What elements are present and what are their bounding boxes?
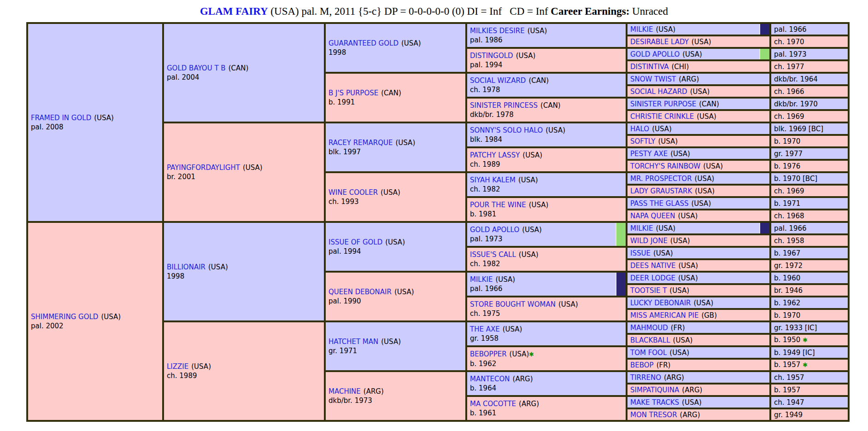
horse-name-link[interactable]: PASS THE GLASS (630, 199, 688, 208)
horse-name-link[interactable]: NAPA QUEEN (630, 212, 675, 220)
horse-name-link[interactable]: GOLD APOLLO (470, 226, 519, 234)
horse-name-link[interactable]: ISSUE (630, 249, 651, 257)
horse-name-link[interactable]: GOLD APOLLO (630, 50, 680, 58)
horse-name-link[interactable]: PATCHY LASSY (470, 151, 520, 159)
horse-name-link[interactable]: BEBOP (630, 361, 654, 369)
horse-country: (USA) (529, 201, 549, 209)
pedigree-cell-gen4-13: BEBOPPER(USA)✱b. 1962 (466, 346, 627, 371)
horse-color-year: pal. 1966 (774, 224, 807, 233)
horse-name-link[interactable]: B J'S PURPOSE (328, 89, 378, 97)
horse-name-link[interactable]: LIZZIE (167, 362, 188, 371)
horse-name-link[interactable]: BILLIONAIR (167, 263, 205, 271)
horse-name-link[interactable]: LADY GRAUSTARK (630, 187, 692, 195)
horse-name-link[interactable]: SHIMMERING GOLD (31, 313, 98, 321)
horse-country: (USA) (652, 125, 672, 133)
pedigree-cell-gen5-1: DESIRABLE LADY(USA) (627, 35, 770, 48)
horse-name-link[interactable]: WILD JONE (630, 237, 668, 245)
horse-country: (FR) (657, 361, 671, 369)
horse-name-link[interactable]: MACHINE (328, 387, 361, 396)
horse-name-link[interactable]: SIYAH KALEM (470, 176, 516, 184)
pedigree-cell-gen5-23: MISS AMERICAN PIE(GB) (627, 309, 770, 321)
year-cell-11: b. 1976 (770, 160, 849, 172)
horse-country: (USA) (678, 274, 698, 282)
horse-name-link[interactable]: MISS AMERICAN PIE (630, 311, 698, 320)
horse-name-link[interactable]: SNOW TWIST (630, 75, 676, 83)
horse-name-link[interactable]: SIMPATIQUINA (630, 386, 679, 394)
horse-name-link[interactable]: SONNY'S SOLO HALO (470, 126, 543, 134)
horse-name-link[interactable]: BEBOPPER (470, 350, 507, 358)
pedigree-cell-gen5-28: TIRRENO(ARG) (627, 371, 770, 384)
horse-name-link[interactable]: SOCIAL HAZARD (630, 87, 687, 96)
year-cell-18: b. 1967 (770, 247, 849, 259)
horse-country: (CAN) (381, 89, 401, 97)
horse-name-link[interactable]: BLACKBALL (630, 336, 670, 344)
horse-name-link[interactable]: GUARANTEED GOLD (328, 39, 399, 47)
horse-color-year: pal. 1990 (328, 297, 464, 306)
horse-name-link[interactable]: POUR THE WINE (470, 201, 526, 209)
horse-name-link[interactable]: THE AXE (470, 325, 500, 333)
horse-name-link[interactable]: TOOTSIE T (630, 286, 667, 295)
horse-name-link[interactable]: MILKIE (470, 275, 493, 284)
horse-name-link[interactable]: DISTINTIVA (630, 63, 669, 71)
horse-color-year: b. 1962 (774, 299, 800, 307)
horse-name-link[interactable]: MILKIE (630, 25, 653, 34)
horse-color-year: pal. 2004 (167, 73, 323, 82)
horse-color-year: ch. 1969 (774, 187, 804, 195)
horse-name-link[interactable]: MILKIE (630, 224, 653, 233)
horse-country: (USA) (693, 299, 713, 307)
horse-name-link[interactable]: STORE BOUGHT WOMAN (470, 300, 556, 309)
horse-name-link[interactable]: SOFTLY (630, 137, 655, 146)
horse-name-link[interactable]: ISSUE OF GOLD (328, 238, 382, 246)
horse-country: (USA) (208, 263, 228, 271)
horse-name-link[interactable]: ISSUE'S CALL (470, 250, 516, 259)
horse-name-link[interactable]: HALO (630, 125, 649, 133)
horse-name-link[interactable]: RACEY REMARQUE (328, 139, 393, 147)
horse-name-link[interactable]: SINISTER PURPOSE (630, 100, 696, 108)
horse-name-link[interactable]: SINISTER PRINCESS (470, 101, 538, 110)
horse-name-link[interactable]: MAKE TRACKS (630, 398, 679, 407)
horse-name-link[interactable]: QUEEN DEBONAIR (328, 288, 392, 296)
pedigree-cell-gen2-2: BILLIONAIR(USA)1998 (163, 222, 325, 321)
horse-name-link[interactable]: LUCKY DEBONAIR (630, 299, 691, 307)
horse-name-link[interactable]: FRAMED IN GOLD (31, 114, 91, 122)
horse-name-link[interactable]: DISTINGOLD (470, 52, 513, 60)
horse-country: (USA) (101, 313, 121, 321)
pedigree-cell-gen3-1: B J'S PURPOSE(CAN)b. 1991 (325, 73, 466, 122)
horse-name-link[interactable]: DEER LODGE (630, 274, 675, 282)
horse-name-link[interactable]: WINE COOLER (328, 188, 378, 197)
horse-color-year: dkb/br. 1973 (328, 396, 464, 405)
horse-name-link[interactable]: MON TRESOR (630, 411, 677, 419)
asterisk-icon: ✱ (803, 337, 808, 344)
horse-color-year: b. 1960 (774, 274, 800, 282)
horse-name-link[interactable]: MAHMOUD (630, 324, 668, 332)
horse-country: (USA) (528, 27, 547, 35)
horse-name-link[interactable]: SOCIAL WIZARD (470, 76, 526, 85)
horse-name-link[interactable]: TOM FOOL (630, 349, 667, 357)
horse-name-link[interactable]: MILKIES DESIRE (470, 27, 525, 35)
horse-name-link[interactable]: PESTY AXE (630, 150, 668, 158)
year-cell-26: b. 1949 [IC] (770, 346, 849, 359)
horse-name-link[interactable]: TORCHY'S RAINBOW (630, 162, 700, 170)
horse-name-link[interactable]: CHRISTIE CRINKLE (630, 112, 694, 121)
horse-name-link[interactable]: MA COCOTTE (470, 400, 516, 408)
horse-color-year: br. 1946 (774, 286, 803, 295)
horse-name-link[interactable]: TIRRENO (630, 373, 661, 382)
horse-country: (USA) (545, 126, 565, 134)
horse-color-year: b. 1962 (470, 359, 625, 368)
horse-country: (ARG) (679, 75, 699, 83)
horse-name-link[interactable]: DEES NATIVE (630, 262, 675, 270)
pedigree-cell-gen2-0: GOLD BAYOU T B(CAN)pal. 2004 (163, 23, 325, 122)
horse-color-year: b. 1957 (774, 386, 800, 394)
horse-name-link[interactable]: PAYINGFORDAYLIGHT (167, 163, 240, 172)
horse-name-link[interactable]: DESIRABLE LADY (630, 38, 689, 46)
horse-country: (USA) (703, 162, 723, 170)
horse-color-year: b. 1976 (774, 162, 800, 170)
horse-name-link[interactable]: HATCHET MAN (328, 338, 378, 346)
horse-name-link[interactable]: MR. PROSPECTOR (630, 175, 692, 183)
horse-name-link[interactable]: GOLD BAYOU T B (167, 64, 226, 72)
horse-color-year: ch. 1993 (328, 197, 464, 206)
year-cell-20: b. 1960 (770, 272, 849, 284)
pedigree-cell-gen4-12: THE AXE(USA)gr. 1958 (466, 321, 627, 346)
asterisk-icon: ✱ (529, 351, 534, 358)
horse-name-link[interactable]: MANTECON (470, 375, 510, 383)
